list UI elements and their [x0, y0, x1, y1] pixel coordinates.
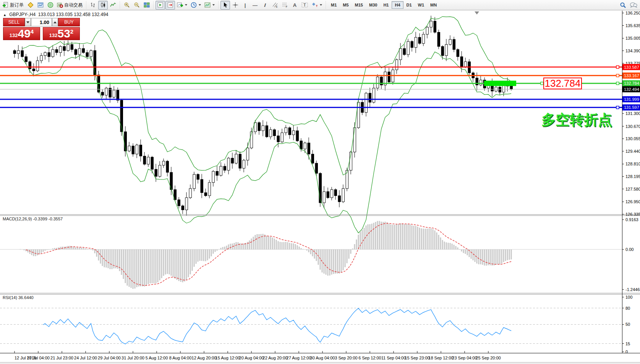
auto-scroll-icon — [157, 2, 164, 8]
line-marker[interactable] — [616, 106, 619, 109]
toolbar-separator — [217, 1, 219, 9]
zoom-out-button[interactable] — [132, 1, 141, 10]
text-label-tool-button[interactable]: T — [300, 1, 310, 10]
time-axis-label: 20 Aug 04:00 — [239, 356, 264, 360]
timeframe-m30-button[interactable]: M30 — [366, 1, 380, 9]
line-chart-button[interactable] — [108, 1, 118, 10]
rsi-line — [43, 308, 511, 344]
price-tick-label: 130.055 — [625, 136, 640, 141]
zoom-in-icon — [124, 2, 130, 8]
sell-price-big: 49 — [18, 28, 30, 39]
metaeditor-button[interactable] — [26, 1, 35, 10]
indicators-caret-icon[interactable] — [185, 4, 187, 6]
indicators-icon — [177, 2, 183, 8]
indicators-button[interactable] — [175, 1, 189, 10]
toolbar-separator — [119, 1, 121, 9]
timeframe-h1-button[interactable]: H1 — [380, 1, 392, 9]
candlestick-series — [13, 16, 513, 215]
autotrading-icon — [57, 2, 63, 8]
autotrading-button[interactable]: 自动交易 — [55, 1, 84, 10]
trendline-tool-button[interactable]: / — [260, 1, 270, 10]
timeframe-h4-button[interactable]: H4 — [392, 1, 403, 9]
arrows-tool-icon — [312, 2, 318, 8]
sell-price-sup: 4 — [31, 28, 34, 35]
symbol-collapse-icon[interactable]: ▲ — [3, 13, 6, 17]
periods-button[interactable] — [189, 1, 203, 10]
time-axis-label: 29 Jul 04:00 — [98, 356, 121, 360]
volume-input[interactable]: 1.00 — [31, 18, 52, 26]
rsi-axis-label: 15 — [625, 341, 630, 346]
time-axis-label: 30 Aug 04:00 — [310, 356, 335, 360]
trendline-icon: / — [264, 2, 266, 8]
timeframe-m15-button[interactable]: M15 — [352, 1, 366, 9]
window-bottom-edge — [0, 362, 640, 364]
chart-canvas[interactable]: 136.250135.635135.005134.390133.775133.1… — [0, 0, 640, 364]
arrows-tool-button[interactable] — [310, 1, 324, 10]
fibonacci-tool-button[interactable]: F — [280, 1, 290, 10]
periods-caret-icon[interactable] — [199, 4, 201, 6]
arrows-caret-icon[interactable] — [320, 4, 322, 6]
templates-button[interactable] — [203, 1, 216, 10]
chart-shift-marker[interactable] — [475, 11, 479, 15]
horizontal-line-tool-button[interactable]: — — [250, 1, 260, 10]
toolbar-separator — [152, 1, 154, 9]
timeframe-d1-button[interactable]: D1 — [403, 1, 415, 9]
templates-caret-icon[interactable] — [212, 4, 215, 6]
buy-price-button[interactable]: 132 53 2 — [43, 27, 80, 40]
chart-shift-button[interactable] — [165, 1, 175, 10]
new-order-icon — [3, 2, 9, 8]
chat-icon — [630, 2, 637, 8]
cursor-tool-button[interactable] — [220, 1, 230, 10]
sell-button[interactable]: SELL — [3, 18, 25, 26]
ohlc-high: 133.035 — [56, 12, 73, 17]
price-tick-label: 126.335 — [625, 212, 640, 217]
zoom-in-button[interactable] — [122, 1, 131, 10]
vertical-line-icon: | — [245, 2, 246, 8]
periods-clock-icon — [191, 2, 197, 8]
autotrading-label: 自动交易 — [64, 2, 83, 8]
line-marker[interactable] — [541, 82, 543, 85]
timeframe-m5-button[interactable]: M5 — [340, 1, 352, 9]
zoom-out-icon — [134, 2, 140, 8]
toolbar: 新订单 自动交易 — [0, 0, 640, 10]
volume-increase-button[interactable] — [52, 18, 58, 26]
price-tick-label: 130.670 — [625, 124, 640, 129]
search-button[interactable] — [618, 1, 628, 10]
auto-scroll-button[interactable] — [156, 1, 165, 10]
text-tool-button[interactable]: A — [290, 1, 300, 10]
vertical-line-tool-button[interactable]: | — [240, 1, 250, 10]
price-tick-label: 134.390 — [625, 49, 640, 53]
candlestick-chart-button[interactable] — [98, 1, 108, 10]
sell-price-button[interactable]: 132 49 4 — [3, 27, 40, 40]
line-chart-icon — [110, 2, 116, 8]
tile-windows-button[interactable] — [142, 1, 151, 10]
price-badge-label: 132.784 — [624, 81, 639, 86]
channel-tool-button[interactable]: E — [270, 1, 280, 10]
price-badge-label: 132.494 — [624, 87, 639, 92]
crosshair-tool-button[interactable] — [230, 1, 240, 10]
rsi-axis-label: 0 — [625, 349, 628, 354]
volume-decrease-button[interactable] — [25, 18, 31, 26]
line-marker[interactable] — [616, 66, 619, 68]
highlight-box[interactable] — [484, 81, 516, 86]
terminal-button[interactable] — [36, 1, 45, 10]
signals-button[interactable] — [45, 1, 55, 10]
signals-icon — [47, 2, 53, 8]
toolbar-separator — [85, 1, 87, 9]
price-callout-box[interactable]: 132.784 — [543, 78, 582, 89]
text-label-icon: T — [301, 2, 308, 8]
timeframe-m1-button[interactable]: M1 — [328, 1, 340, 9]
line-marker[interactable] — [616, 74, 619, 77]
line-marker[interactable] — [616, 82, 619, 85]
turning-point-annotation[interactable]: 多空转折点 — [541, 110, 612, 129]
candlestick-chart-icon — [100, 2, 106, 8]
buy-button[interactable]: BUY — [58, 18, 80, 26]
rsi-axis-label: 80 — [625, 306, 630, 311]
bar-chart-button[interactable] — [88, 1, 98, 10]
svg-text:T: T — [303, 3, 306, 7]
rsi-value: 36.6440 — [18, 295, 34, 300]
new-order-button[interactable]: 新订单 — [1, 1, 25, 10]
timeframe-mn-button[interactable]: MN — [427, 1, 440, 9]
chat-button[interactable] — [628, 1, 639, 10]
timeframe-w1-button[interactable]: W1 — [415, 1, 428, 9]
